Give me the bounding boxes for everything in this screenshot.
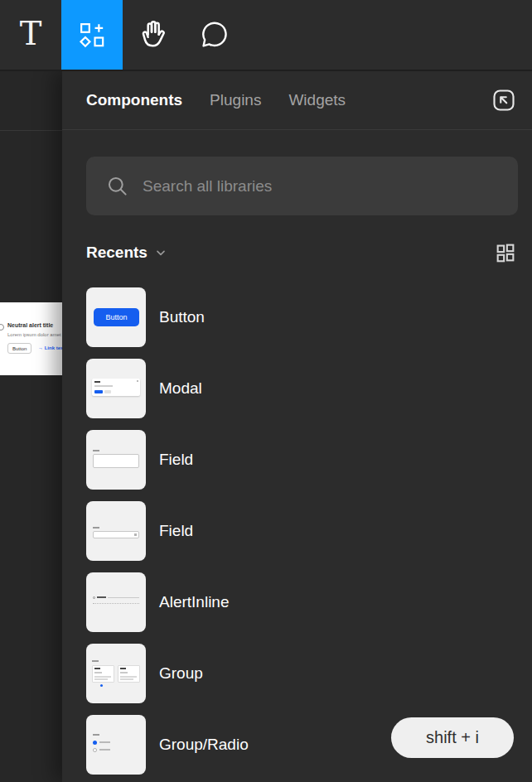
alert-info-icon [0, 324, 4, 331]
hand-tool-button[interactable] [123, 0, 184, 70]
recents-title[interactable]: Recents [86, 244, 148, 262]
tab-plugins[interactable]: Plugins [210, 91, 261, 109]
component-thumbnail[interactable] [86, 359, 146, 418]
grid-view-icon [494, 241, 517, 264]
alert-card-body: Lorem ipsum dolor amet consec [7, 332, 62, 337]
component-item-label: Modal [159, 379, 202, 398]
field-preview [93, 450, 99, 451]
list-item-group[interactable]: Group [86, 644, 532, 703]
group-preview [92, 660, 99, 662]
comment-tool-button[interactable] [184, 0, 245, 70]
canvas-strip: Neutral alert title Lorem ipsum dolor am… [0, 71, 62, 782]
assets-icon [77, 20, 107, 50]
search-box[interactable] [86, 157, 518, 215]
modal-preview [92, 379, 140, 396]
list-item-field-small[interactable]: Field [86, 501, 532, 561]
component-item-label: Group [159, 664, 203, 683]
component-thumbnail[interactable] [86, 715, 146, 775]
open-as-window-icon [491, 88, 516, 113]
component-item-label: Group/Radio [159, 736, 249, 754]
canvas-alert-card: Neutral alert title Lorem ipsum dolor am… [0, 302, 62, 375]
list-item-button[interactable]: Button Button [86, 287, 532, 347]
grid-view-toggle-button[interactable] [493, 240, 518, 265]
canvas-frame-edge [0, 130, 62, 131]
alert-card-button: Button [7, 343, 31, 354]
alert-card-title: Neutral alert title [7, 322, 53, 328]
component-thumbnail[interactable] [86, 430, 146, 490]
tab-components[interactable]: Components [86, 91, 182, 109]
text-tool-button[interactable]: T [0, 0, 61, 70]
tab-widgets[interactable]: Widgets [288, 91, 346, 109]
button-preview-label: Button [105, 313, 127, 321]
open-as-window-button[interactable] [491, 87, 517, 113]
list-item-modal[interactable]: Modal [86, 359, 532, 418]
component-thumbnail[interactable]: Button [86, 287, 146, 347]
panel-tabs: Components Plugins Widgets [62, 71, 532, 130]
hand-icon [137, 18, 170, 51]
text-tool-icon: T [20, 17, 42, 53]
components-list: Button Button Modal Field [86, 287, 532, 775]
component-item-label: Field [159, 451, 193, 469]
search-input[interactable] [143, 157, 518, 215]
toolbar: T [0, 0, 532, 71]
list-item-alertinline[interactable]: AlertInline [86, 572, 532, 632]
component-thumbnail[interactable] [86, 644, 146, 703]
group-radio-preview [93, 734, 99, 736]
list-item-field-large[interactable]: Field [86, 430, 532, 490]
component-item-label: AlertInline [159, 593, 230, 611]
component-item-label: Button [159, 308, 205, 326]
alert-card-link: → Link text [38, 345, 62, 350]
search-icon [106, 175, 128, 197]
component-thumbnail[interactable] [86, 501, 146, 561]
recents-section-header: Recents [86, 241, 518, 264]
comment-bubble-icon [199, 19, 230, 51]
keyboard-shortcut-badge: shift + i [391, 717, 514, 758]
component-item-label: Field [159, 522, 193, 540]
insert-panel: Components Plugins Widgets Recents [62, 71, 532, 782]
chevron-down-icon[interactable] [154, 246, 167, 259]
alert-inline-preview [93, 596, 139, 599]
field-preview [93, 527, 99, 529]
assets-tool-button[interactable] [61, 0, 123, 70]
component-thumbnail[interactable] [86, 572, 146, 632]
button-preview: Button [94, 308, 139, 326]
